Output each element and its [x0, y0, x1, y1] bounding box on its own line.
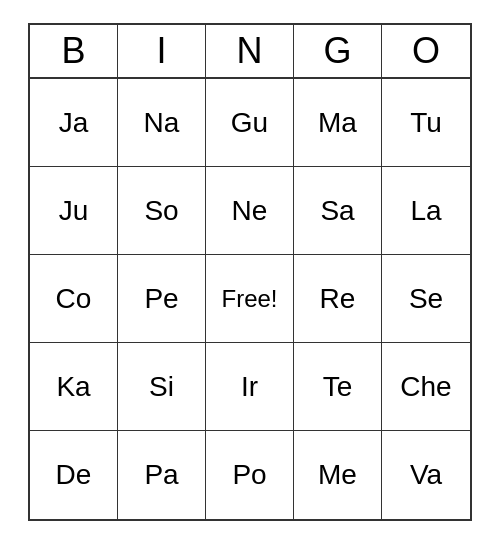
cell-r4c1: Pa: [118, 431, 206, 519]
bingo-header: B I N G O: [30, 25, 470, 79]
header-n: N: [206, 25, 294, 77]
cell-r0c3: Ma: [294, 79, 382, 167]
cell-r2c0: Co: [30, 255, 118, 343]
cell-r0c0: Ja: [30, 79, 118, 167]
header-i: I: [118, 25, 206, 77]
cell-r3c2: Ir: [206, 343, 294, 431]
cell-r0c1: Na: [118, 79, 206, 167]
cell-r1c3: Sa: [294, 167, 382, 255]
cell-r1c2: Ne: [206, 167, 294, 255]
cell-free: Free!: [206, 255, 294, 343]
cell-r3c1: Si: [118, 343, 206, 431]
header-o: O: [382, 25, 470, 77]
cell-r1c1: So: [118, 167, 206, 255]
cell-r2c3: Re: [294, 255, 382, 343]
cell-r0c2: Gu: [206, 79, 294, 167]
cell-r4c3: Me: [294, 431, 382, 519]
cell-r0c4: Tu: [382, 79, 470, 167]
cell-r2c1: Pe: [118, 255, 206, 343]
header-g: G: [294, 25, 382, 77]
cell-r1c0: Ju: [30, 167, 118, 255]
cell-r4c2: Po: [206, 431, 294, 519]
header-b: B: [30, 25, 118, 77]
cell-r4c0: De: [30, 431, 118, 519]
cell-r4c4: Va: [382, 431, 470, 519]
cell-r1c4: La: [382, 167, 470, 255]
cell-r3c4: Che: [382, 343, 470, 431]
bingo-card: B I N G O Ja Na Gu Ma Tu Ju So Ne Sa La …: [28, 23, 472, 521]
bingo-grid: Ja Na Gu Ma Tu Ju So Ne Sa La Co Pe Free…: [30, 79, 470, 519]
cell-r3c3: Te: [294, 343, 382, 431]
cell-r2c4: Se: [382, 255, 470, 343]
cell-r3c0: Ka: [30, 343, 118, 431]
